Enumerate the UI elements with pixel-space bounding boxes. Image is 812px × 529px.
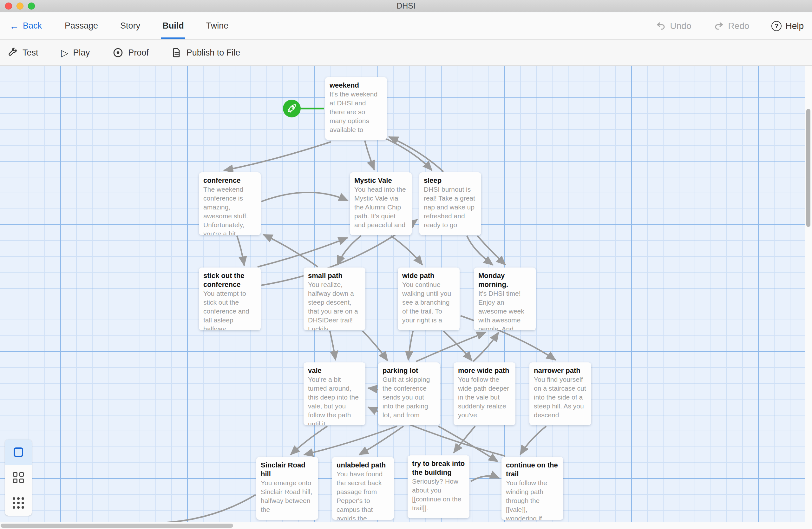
passage-title: stick out the conference [203,271,256,289]
link-weekend-to-mystic-vale [365,141,374,170]
passage-excerpt: DHSI burnout is real! Take a great nap a… [424,185,477,229]
passage-card-sinclair-road-hill[interactable]: Sinclair Road hillYou emerge onto Sincla… [256,457,318,520]
horizontal-scrollbar-track[interactable] [0,522,812,529]
redo-label: Redo [728,21,749,31]
test-button[interactable]: Test [8,47,38,58]
zoom-full-icon [14,447,23,457]
link-sleep-to-monday-morning [477,236,506,265]
link-small-path-to-vale [330,331,336,360]
passage-card-vale[interactable]: valeYou're a bit turned around, this dee… [304,362,365,425]
tab-story[interactable]: Story [119,12,142,39]
passage-excerpt: You head into the Mystic Vale via the Al… [354,185,407,229]
back-label: Back [23,21,42,31]
publish-button[interactable]: Publish to File [172,47,241,58]
passage-excerpt: It's the weekend at DHSI and there are s… [330,90,382,134]
maximize-window-button[interactable] [28,2,35,10]
passage-card-small-path[interactable]: small pathYou realize, halfway down a st… [304,268,365,330]
redo-button[interactable]: Redo [713,12,749,39]
passage-title: Mystic Vale [354,176,407,185]
back-arrow-icon: ← [10,20,19,31]
link-sleep-to-monday-morning [467,236,493,265]
tab-twine[interactable]: Twine [205,12,230,39]
help-icon: ? [771,21,782,31]
passage-card-continue-on-the-trail[interactable]: continue on the trailYou follow the wind… [502,457,563,520]
zoom-level-medium-button[interactable] [5,465,32,490]
link-try-to-break-into-the-building-to-continue-on-the-trail [471,476,499,482]
passage-excerpt: You realize, halfway down a steep descen… [308,280,361,330]
help-label: Help [785,21,804,31]
wrench-icon [8,47,18,58]
passage-title: small path [308,271,361,280]
story-map-canvas[interactable]: weekendIt's the weekend at DHSI and ther… [0,66,812,529]
passage-excerpt: You find yourself on a staircase cut int… [534,375,587,419]
document-icon [172,47,182,58]
passage-card-try-to-break-into-the-building[interactable]: try to break into the buildingSeriously?… [408,455,469,518]
zoom-level-full-button[interactable] [5,440,32,465]
undo-label: Undo [670,21,692,31]
zoom-small-icon [13,497,24,509]
passage-card-stick-out-the-conference[interactable]: stick out the conferenceYou attempt to s… [199,268,261,330]
passage-excerpt: You're a bit turned around, this deep in… [308,375,361,425]
passage-title: try to break into the building [412,459,465,477]
link-more-wide-path-to-monday-morning [473,332,498,361]
passage-title: continue on the trail [506,461,559,478]
link-wide-path-to-parking-lot [408,331,413,360]
passage-card-weekend[interactable]: weekendIt's the weekend at DHSI and ther… [325,77,387,140]
passage-card-parking-lot[interactable]: parking lotGuilt at skipping the confere… [378,362,440,425]
help-button[interactable]: ? Help [771,12,804,39]
play-label: Play [73,48,90,58]
proof-button[interactable]: Proof [113,47,149,58]
passage-title: Monday morning. [478,271,531,289]
play-icon: ▷ [61,47,69,58]
tab-build[interactable]: Build [161,12,185,39]
minimize-window-button[interactable] [16,2,24,10]
horizontal-scrollbar-thumb[interactable] [1,524,233,528]
passage-excerpt: Guilt at skipping the conference sends y… [382,375,435,419]
passage-title: Sinclair Road hill [261,461,314,478]
link-more-wide-path-to-try-to-break-into-the-building [453,426,475,453]
passage-card-monday-morning[interactable]: Monday morning.It's DHSI time! Enjoy an … [474,268,536,330]
passage-title: unlabeled path [336,461,390,470]
vertical-scrollbar-thumb[interactable] [806,109,810,227]
passage-excerpt: The weekend conference is amazing, aweso… [203,185,256,235]
zoom-medium-icon [13,472,24,483]
passage-card-sleep[interactable]: sleepDHSI burnout is real! Take a great … [419,172,481,235]
vertical-scrollbar-track[interactable] [805,66,812,522]
link-small-path-to-conference [263,234,318,267]
tab-passage[interactable]: Passage [63,12,99,39]
link-conference-to-mystic-vale [261,192,348,201]
redo-icon [713,20,724,31]
window-titlebar: DHSI [0,0,812,12]
link-parking-lot-to-monday-morning [416,332,486,361]
zoom-control-panel [5,440,32,516]
passage-title: narrower path [534,366,587,375]
passage-card-mystic-vale[interactable]: Mystic ValeYou head into the Mystic Vale… [350,172,412,235]
link-stick-out-the-conference-to-mystic-vale [258,238,348,267]
link-mystic-vale-to-wide-path [391,236,422,265]
passage-card-wide-path[interactable]: wide pathYou continue walking until you … [398,268,460,330]
passage-card-more-wide-path[interactable]: more wide pathYou follow the wide path d… [453,362,516,425]
passage-excerpt: Seriously? How about you [[continue on t… [412,477,465,513]
passage-title: conference [203,176,256,185]
close-window-button[interactable] [5,2,12,10]
passage-excerpt: You continue walking until you see a bra… [402,280,455,325]
passage-card-conference[interactable]: conferenceThe weekend conference is amaz… [199,172,261,235]
link-sinclair-road-hill-to-offscreen [136,495,256,523]
passage-title: vale [308,366,361,375]
passage-card-narrower-path[interactable]: narrower pathYou find yourself on a stai… [530,362,591,425]
back-button[interactable]: ← Back [8,12,43,39]
menu-bar: ← Back Passage Story Build Twine Undo Re… [0,12,812,40]
play-button[interactable]: ▷ Play [61,47,90,58]
link-wide-path-to-more-wide-path [444,331,472,361]
link-conference-to-stick-out-the-conference [237,236,244,266]
undo-icon [656,20,666,31]
zoom-level-small-button[interactable] [5,490,32,516]
passage-card-unlabeled-path[interactable]: unlabeled pathYou have found the secret … [332,457,394,520]
link-narrower-path-to-continue-on-the-trail [520,426,546,455]
link-small-path-to-parking-lot [363,331,388,361]
passage-excerpt: You follow the wide path deeper in the v… [458,375,511,419]
undo-button[interactable]: Undo [656,12,692,39]
passage-title: sleep [424,176,477,185]
window-title: DHSI [396,1,416,11]
proof-eye-icon [113,47,124,58]
